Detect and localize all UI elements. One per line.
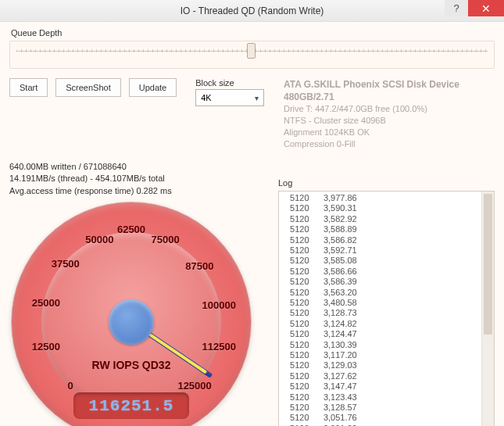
lower-row: 0 12500 25000 37500 50000 62500 75000 87…: [9, 202, 495, 426]
gauge: 0 12500 25000 37500 50000 62500 75000 87…: [9, 200, 253, 426]
controls-row: Start ScreenShot Update Block size 4K ▾ …: [9, 78, 495, 150]
gauge-readout: 116251.5: [73, 392, 189, 419]
gauge-tick-0: 0: [67, 380, 73, 392]
update-button[interactable]: Update: [129, 78, 177, 97]
log-box: 5120 3,977.86 5120 3,590.31 5120 3,582.9…: [278, 191, 495, 426]
close-button[interactable]: ✕: [468, 0, 504, 16]
gauge-tick-62500: 62500: [117, 224, 145, 235]
block-size-group: Block size 4K ▾: [195, 78, 264, 106]
drive-free: Drive T: 447.2/447.0GB free (100.0%): [284, 103, 495, 115]
block-size-select[interactable]: 4K ▾: [195, 89, 264, 106]
gauge-tick-75000: 75000: [152, 233, 180, 245]
stats-latency: Avg.access time (response time) 0.282 ms: [9, 185, 244, 197]
queue-depth-label: Queue Depth: [11, 28, 495, 38]
stats-written: 640.00MB written / 671088640: [9, 161, 244, 173]
window-title: IO - Threaded QD (Random Write): [0, 5, 504, 16]
stats-block: 640.00MB written / 671088640 14.191MB/s …: [9, 161, 244, 197]
scroll-thumb[interactable]: [484, 194, 492, 335]
gauge-wrap: 0 12500 25000 37500 50000 62500 75000 87…: [9, 202, 267, 426]
screenshot-button[interactable]: ScreenShot: [55, 78, 120, 97]
gauge-tick-125000: 125000: [177, 380, 211, 392]
queue-depth-slider[interactable]: [9, 41, 495, 69]
start-button[interactable]: Start: [9, 78, 48, 97]
drive-fs: NTFS - Cluster size 4096B: [284, 115, 495, 127]
content-area: Queue Depth Start ScreenShot Update Bloc…: [0, 22, 504, 426]
log-label: Log: [278, 178, 495, 188]
gauge-tick-50000: 50000: [85, 233, 113, 245]
log-column: Log 5120 3,977.86 5120 3,590.31 5120 3,5…: [278, 178, 495, 426]
gauge-tick-37500: 37500: [52, 258, 80, 270]
gauge-tick-25000: 25000: [32, 296, 60, 308]
gauge-tick-112500: 112500: [202, 341, 236, 353]
gauge-tick-12500: 12500: [32, 341, 60, 353]
help-button[interactable]: ?: [445, 0, 468, 16]
gauge-tick-87500: 87500: [185, 260, 213, 272]
log-content: 5120 3,977.86 5120 3,590.31 5120 3,582.9…: [279, 192, 481, 426]
block-size-value: 4K: [201, 93, 211, 102]
drive-comp: Compression 0-Fill: [284, 138, 495, 150]
block-size-label: Block size: [195, 78, 264, 88]
slider-track: [16, 49, 488, 52]
stats-throughput: 14.191MB/s (thread) - 454.107MB/s total: [9, 173, 244, 184]
drive-name: ATA G.SKILL Phoenix SCSI Disk Device 480…: [284, 78, 495, 103]
gauge-hub: [109, 299, 154, 345]
log-scrollbar[interactable]: ▾: [481, 192, 494, 426]
chevron-down-icon: ▾: [255, 94, 259, 102]
gauge-tick-100000: 100000: [202, 299, 236, 311]
drive-info: ATA G.SKILL Phoenix SCSI Disk Device 480…: [284, 78, 495, 150]
drive-align: Alignment 1024KB OK: [284, 127, 495, 138]
slider-thumb[interactable]: [247, 43, 256, 59]
window-controls: ? ✕: [445, 0, 504, 16]
gauge-readout-value: 116251.5: [89, 397, 174, 415]
gauge-title: RW IOPS QD32: [92, 359, 171, 371]
title-bar: IO - Threaded QD (Random Write) ? ✕: [0, 0, 504, 22]
